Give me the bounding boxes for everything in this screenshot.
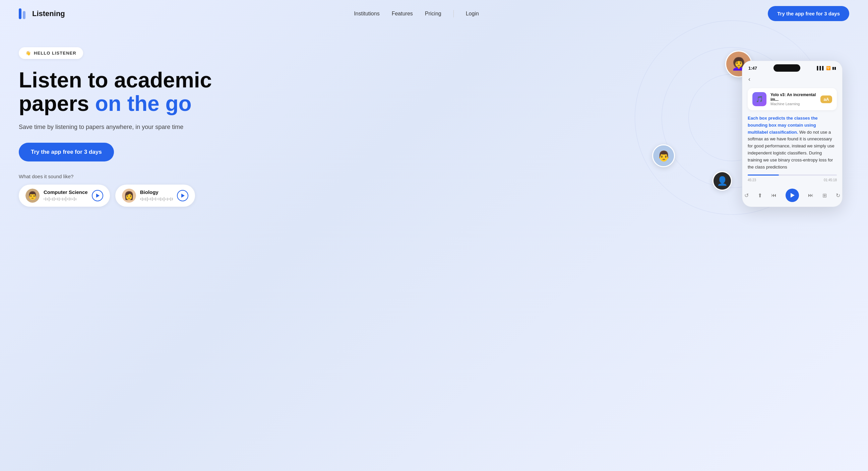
hello-badge: 👋 HELLO LISTENER	[19, 47, 83, 59]
badge-emoji: 👋	[26, 51, 31, 56]
hero-title: Listen to academic papers on the go	[19, 68, 212, 116]
main-play-button[interactable]	[785, 189, 799, 202]
nav-features[interactable]: Features	[392, 11, 413, 17]
wifi-icon: 🛜	[826, 66, 831, 70]
time-row: 45:23 01:45:18	[748, 178, 837, 182]
next-icon[interactable]: ⏭	[808, 192, 813, 198]
status-time: 1:47	[748, 66, 757, 71]
nav-cta-button[interactable]: Try the app free for 3 days	[768, 6, 849, 21]
audio-label-bio: Biology	[140, 189, 173, 195]
play-icon-cs	[96, 194, 99, 198]
signal-icon: ▌▌▌	[817, 66, 825, 70]
audio-card-bio: 👩 Biology	[115, 185, 195, 207]
phone-mockup: 1:47 ▌▌▌ 🛜 ▮▮ ‹ 🎵 Yolo v3: An incrementa…	[742, 61, 842, 207]
hero-section: 👋 HELLO LISTENER Listen to academic pape…	[0, 27, 868, 242]
paper-text: Each box predicts the classes the boundi…	[748, 115, 837, 170]
audio-label-cs: Computer Science	[43, 189, 88, 195]
paper-icon: 🎵	[752, 92, 767, 106]
phone-status-bar: 1:47 ▌▌▌ 🛜 ▮▮	[742, 61, 842, 74]
audio-card-cs: 👨 Computer Science	[19, 185, 110, 207]
audio-info-cs: Computer Science	[43, 189, 88, 202]
hero-subtitle: Save time by listening to papers anywher…	[19, 124, 212, 131]
phone-controls: ↺ ⬆ ⏮ ⏭ ⊞ ↻	[742, 189, 842, 207]
brand-name: Listening	[32, 9, 65, 18]
paper-title: Yolo v3: An incremental im...	[771, 92, 816, 102]
nav-links: Institutions Features Pricing Login	[354, 10, 479, 18]
hero-title-regular: papers	[19, 91, 95, 116]
refresh-icon[interactable]: ↺	[744, 192, 749, 199]
repeat-icon[interactable]: ↻	[836, 192, 840, 199]
floating-avatar-2: 👨	[652, 145, 675, 167]
phone-content: 🎵 Yolo v3: An incremental im... Machine …	[742, 85, 842, 189]
paper-card: 🎵 Yolo v3: An incremental im... Machine …	[748, 88, 837, 110]
paper-info: Yolo v3: An incremental im... Machine Le…	[771, 92, 816, 106]
hero-left: 👋 HELLO LISTENER Listen to academic pape…	[19, 40, 212, 207]
svg-rect-1	[23, 11, 26, 19]
status-icons: ▌▌▌ 🛜 ▮▮	[817, 66, 836, 70]
progress-bar-fill	[748, 175, 779, 176]
logo-icon	[19, 8, 30, 19]
paper-text-body: We do not use a softmax as we have found…	[748, 130, 835, 169]
audio-waveform-bio	[140, 196, 173, 202]
sound-like-label: What does it sound like?	[19, 174, 212, 179]
paper-category: Machine Learning	[771, 102, 816, 106]
progress-bar-wrap[interactable]	[748, 175, 837, 176]
paper-aa-btn[interactable]: aA	[820, 95, 832, 103]
hero-title-highlight: on the go	[95, 91, 192, 116]
nav-login[interactable]: Login	[466, 11, 479, 17]
nav-pricing[interactable]: Pricing	[425, 11, 441, 17]
floating-avatar-3: 👤	[713, 171, 732, 191]
main-play-icon	[790, 193, 795, 198]
audio-cards: 👨 Computer Science	[19, 185, 212, 207]
svg-rect-0	[19, 8, 22, 19]
layout-icon[interactable]: ⊞	[823, 192, 827, 199]
audio-avatar-bio: 👩	[122, 189, 136, 203]
time-end: 01:45:18	[824, 178, 837, 182]
audio-waveform-cs	[43, 196, 88, 202]
nav-divider	[454, 10, 454, 18]
play-icon-bio	[181, 194, 185, 198]
share-icon[interactable]: ⬆	[758, 192, 762, 199]
time-start: 45:23	[748, 178, 756, 182]
hero-cta-button[interactable]: Try the app free for 3 days	[19, 143, 114, 161]
play-button-cs[interactable]	[92, 190, 103, 201]
status-notch	[774, 64, 800, 72]
logo[interactable]: Listening	[19, 8, 65, 19]
prev-icon[interactable]: ⏮	[771, 192, 776, 198]
play-button-bio[interactable]	[177, 190, 188, 201]
nav-institutions[interactable]: Institutions	[354, 11, 379, 17]
audio-info-bio: Biology	[140, 189, 173, 202]
badge-text: HELLO LISTENER	[34, 51, 76, 56]
audio-avatar-cs: 👨	[26, 189, 39, 203]
battery-icon: ▮▮	[832, 66, 836, 70]
phone-back-button[interactable]: ‹	[742, 74, 842, 85]
navbar: Listening Institutions Features Pricing …	[0, 0, 868, 27]
